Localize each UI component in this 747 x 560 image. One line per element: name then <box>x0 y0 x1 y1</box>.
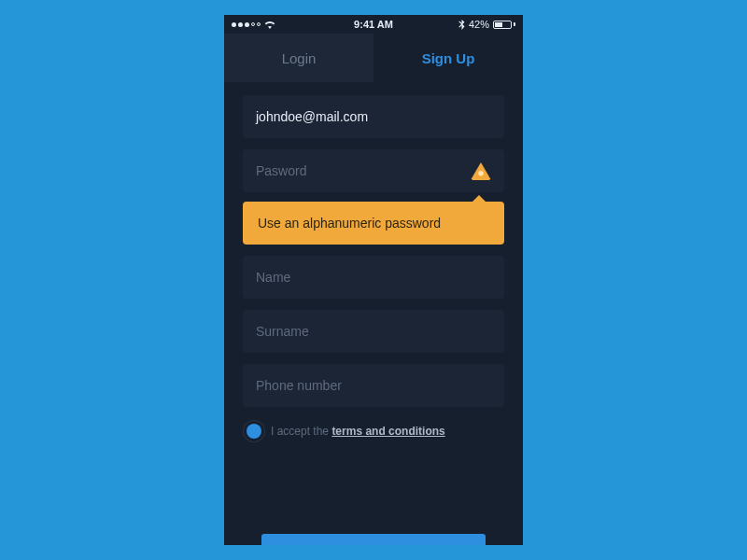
phone-placeholder: Phone number <box>256 378 491 393</box>
tab-signup[interactable]: Sign Up <box>374 34 523 82</box>
status-bar: 9:41 AM 42% <box>224 15 523 34</box>
terms-radio[interactable] <box>247 424 261 439</box>
warning-icon <box>471 161 491 180</box>
email-value: johndoe@mail.com <box>256 109 491 124</box>
svg-point-0 <box>478 171 483 175</box>
surname-placeholder: Surname <box>256 324 491 339</box>
auth-tabs: Login Sign Up <box>224 34 523 82</box>
password-placeholder: Pasword <box>256 163 471 178</box>
phone-frame: 9:41 AM 42% Login Sign Up johndoe@mail.c… <box>224 15 523 545</box>
terms-row: I accept the terms and conditions <box>243 418 504 439</box>
phone-field[interactable]: Phone number <box>243 364 504 407</box>
terms-prefix: I accept the <box>271 425 331 438</box>
surname-field[interactable]: Surname <box>243 310 504 353</box>
email-field[interactable]: johndoe@mail.com <box>243 95 504 138</box>
password-hint-text: Use an alphanumeric password <box>258 216 441 231</box>
name-placeholder: Name <box>256 270 491 285</box>
status-time: 9:41 AM <box>224 19 523 30</box>
submit-button[interactable] <box>261 534 486 545</box>
tab-login[interactable]: Login <box>224 34 374 82</box>
name-field[interactable]: Name <box>243 256 504 299</box>
password-field[interactable]: Pasword <box>243 149 504 192</box>
terms-text: I accept the terms and conditions <box>271 425 445 438</box>
terms-link[interactable]: terms and conditions <box>331 425 444 438</box>
signup-form: johndoe@mail.com Pasword Use an alphanum… <box>224 82 523 545</box>
password-hint-tooltip: Use an alphanumeric password <box>243 202 504 245</box>
